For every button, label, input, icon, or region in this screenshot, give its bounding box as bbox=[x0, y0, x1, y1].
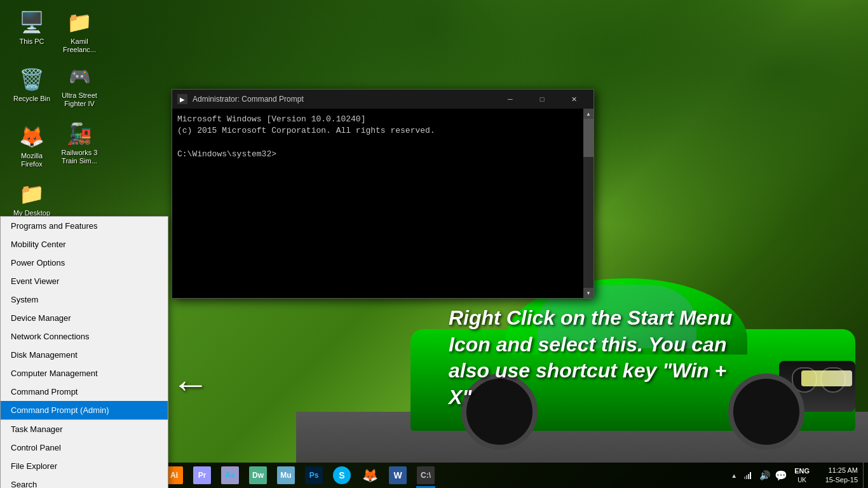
menu-item-control-panel[interactable]: Control Panel bbox=[1, 438, 168, 457]
scroll-track[interactable] bbox=[583, 119, 593, 288]
menu-item-search[interactable]: Search bbox=[1, 475, 168, 488]
menu-item-disk-management[interactable]: Disk Management bbox=[1, 346, 168, 364]
after-effects-icon: Ae bbox=[221, 466, 239, 484]
this-pc-icon: 🖥️ bbox=[19, 10, 44, 35]
dreamweaver-icon: Dw bbox=[249, 466, 267, 484]
desktop-icon-kamil[interactable]: 📁 KamilFreelanc... bbox=[54, 10, 105, 54]
cmd-titlebar[interactable]: ▶ Administrator: Command Prompt ─ □ ✕ bbox=[172, 90, 593, 109]
cmd-line-3 bbox=[177, 137, 578, 148]
cmd-title: Administrator: Command Prompt bbox=[193, 95, 496, 104]
muse-icon: Mu bbox=[277, 466, 295, 484]
desktop-icon-railworks[interactable]: 🚂 Railworks 3Train Sim... bbox=[54, 121, 105, 165]
show-desktop-button[interactable] bbox=[863, 463, 868, 488]
cmd-scrollbar: ▲ ▼ bbox=[583, 109, 593, 298]
firefox-taskbar-icon: 🦊 bbox=[362, 468, 378, 483]
maximize-button[interactable]: □ bbox=[527, 90, 557, 109]
ultra-sf-label: Ultra StreetFighter IV bbox=[62, 92, 97, 108]
cmd-content[interactable]: Microsoft Windows [Version 10.0.10240] (… bbox=[172, 109, 583, 298]
system-clock[interactable]: 11:25 AM 15-Sep-15 bbox=[812, 463, 863, 488]
recycle-bin-icon: 🗑️ bbox=[19, 67, 44, 92]
firefox-icon: 🦊 bbox=[19, 124, 44, 149]
menu-item-task-manager[interactable]: Task Manager bbox=[1, 419, 168, 438]
railworks-icon: 🚂 bbox=[67, 121, 92, 146]
railworks-label: Railworks 3Train Sim... bbox=[62, 149, 98, 165]
premiere-icon: Pr bbox=[193, 466, 211, 484]
taskbar-app-muse[interactable]: Mu bbox=[272, 463, 300, 488]
menu-item-computer-management[interactable]: Computer Management bbox=[1, 364, 168, 383]
cmd-body: Microsoft Windows [Version 10.0.10240] (… bbox=[172, 109, 593, 298]
taskbar-app-skype[interactable]: S bbox=[328, 463, 356, 488]
taskbar-apps: e 📁 🛍️ Ai Pr Ae Dw bbox=[76, 463, 728, 488]
close-button[interactable]: ✕ bbox=[559, 90, 588, 109]
taskbar-app-premiere[interactable]: Pr bbox=[188, 463, 216, 488]
desktop: 🖥️ This PC 📁 KamilFreelanc... 🗑️ Recycle… bbox=[0, 0, 868, 488]
taskbar-app-word[interactable]: W bbox=[384, 463, 412, 488]
taskbar-system-area: ▲ 🔊 💬 bbox=[728, 463, 792, 488]
network-icon[interactable] bbox=[740, 463, 756, 488]
window-controls: ─ □ ✕ bbox=[496, 90, 588, 109]
menu-item-event-viewer[interactable]: Event Viewer bbox=[1, 272, 168, 290]
photoshop-icon: Ps bbox=[305, 466, 323, 484]
clock-time: 11:25 AM bbox=[829, 466, 858, 475]
menu-item-network-connections[interactable]: Network Connections bbox=[1, 327, 168, 346]
cmd-line-1: Microsoft Windows [Version 10.0.10240] bbox=[177, 114, 578, 125]
word-icon: W bbox=[389, 466, 407, 484]
menu-item-system[interactable]: System bbox=[1, 290, 168, 309]
svg-rect-3 bbox=[750, 472, 751, 479]
ultra-sf-icon: 🎮 bbox=[67, 64, 92, 89]
menu-item-file-explorer[interactable]: File Explorer bbox=[1, 457, 168, 475]
scroll-down-button[interactable]: ▼ bbox=[583, 288, 593, 298]
minimize-button[interactable]: ─ bbox=[496, 90, 525, 109]
firefox-label: MozillaFirefox bbox=[21, 152, 43, 168]
speaker-icon[interactable]: 🔊 bbox=[756, 463, 773, 488]
clock-date: 15-Sep-15 bbox=[825, 475, 858, 485]
kamil-icon: 📁 bbox=[67, 10, 92, 35]
taskbar-app-photoshop[interactable]: Ps bbox=[300, 463, 328, 488]
context-menu: Programs and Features Mobility Center Po… bbox=[0, 216, 168, 488]
menu-item-command-prompt-admin[interactable]: Command Prompt (Admin) bbox=[1, 401, 168, 419]
taskbar-app-cmd[interactable]: C:\ bbox=[412, 463, 440, 488]
notification-icon[interactable]: 💬 bbox=[773, 463, 789, 488]
scroll-up-button[interactable]: ▲ bbox=[583, 109, 593, 119]
svg-rect-1 bbox=[746, 475, 747, 479]
my-desktop-icon: 📁 bbox=[19, 181, 44, 207]
desktop-icon-ultra-sf[interactable]: 🎮 Ultra StreetFighter IV bbox=[54, 64, 105, 108]
language-region: UK bbox=[797, 476, 806, 484]
svg-rect-2 bbox=[748, 474, 749, 479]
desktop-icon-this-pc[interactable]: 🖥️ This PC bbox=[6, 10, 57, 46]
taskbar-app-after-effects[interactable]: Ae bbox=[216, 463, 244, 488]
kamil-label: KamilFreelanc... bbox=[63, 37, 96, 54]
cmd-taskbar-icon: C:\ bbox=[417, 466, 435, 484]
cmd-window-icon: ▶ bbox=[177, 94, 187, 104]
annotation-text: Right Click on the Start Menu Icon and s… bbox=[449, 305, 754, 410]
menu-item-mobility-center[interactable]: Mobility Center bbox=[1, 235, 168, 254]
desktop-icon-recycle-bin[interactable]: 🗑️ Recycle Bin bbox=[6, 67, 57, 103]
language-indicator[interactable]: ENG UK bbox=[792, 463, 812, 488]
menu-item-device-manager[interactable]: Device Manager bbox=[1, 309, 168, 327]
language-code: ENG bbox=[794, 466, 810, 475]
this-pc-label: This PC bbox=[19, 37, 44, 46]
desktop-icon-firefox[interactable]: 🦊 MozillaFirefox bbox=[6, 124, 57, 168]
taskbar-app-dreamweaver[interactable]: Dw bbox=[244, 463, 272, 488]
taskbar-app-firefox[interactable]: 🦊 bbox=[356, 463, 384, 488]
cmd-line-2: (c) 2015 Microsoft Corporation. All righ… bbox=[177, 125, 578, 137]
skype-icon: S bbox=[333, 466, 351, 484]
cmd-line-4: C:\Windows\system32> bbox=[177, 149, 578, 160]
menu-item-power-options[interactable]: Power Options bbox=[1, 254, 168, 272]
notification-expand-button[interactable]: ▲ bbox=[728, 472, 740, 479]
svg-rect-0 bbox=[744, 477, 745, 479]
recycle-bin-label: Recycle Bin bbox=[13, 95, 50, 103]
menu-item-programs-features[interactable]: Programs and Features bbox=[1, 217, 168, 235]
scroll-thumb bbox=[583, 119, 593, 157]
annotation-arrow: ← bbox=[172, 362, 210, 406]
cmd-window: ▶ Administrator: Command Prompt ─ □ ✕ Mi… bbox=[172, 89, 594, 299]
menu-item-command-prompt[interactable]: Command Prompt bbox=[1, 383, 168, 401]
